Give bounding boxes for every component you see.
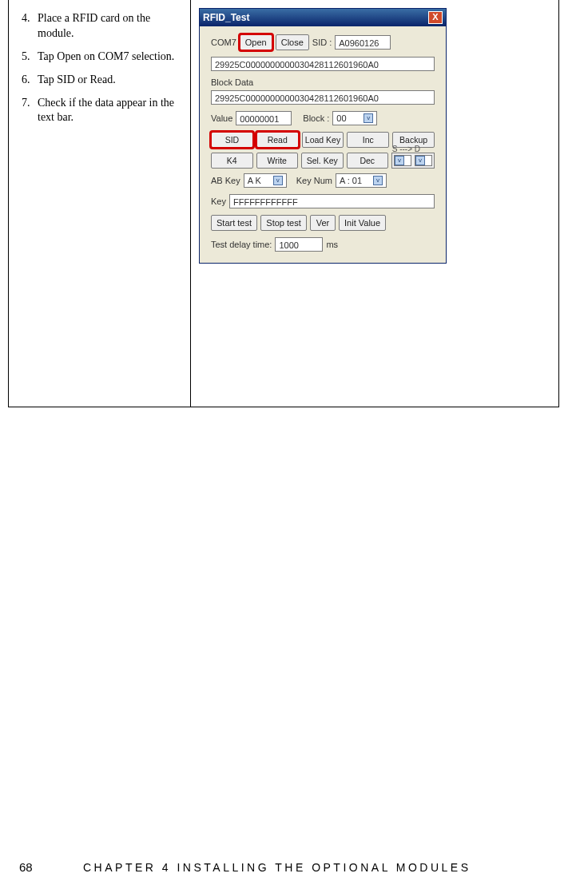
list-item: 7. Check if the data appear in the text … <box>22 96 182 126</box>
abkey-select[interactable]: A K v <box>244 173 287 188</box>
k4-button[interactable]: K4 <box>211 153 253 169</box>
chevron-down-icon: v <box>373 176 383 185</box>
close-button[interactable]: Close <box>276 34 309 50</box>
value-row: Value 00000001 Block : 00 v <box>211 111 435 125</box>
window-body: COM7 Open Close SID : A0960126 29925C000… <box>200 26 446 263</box>
sd-cell: v v <box>391 153 435 169</box>
block-select-value: 00 <box>336 113 346 123</box>
chevron-down-icon: v <box>415 156 425 165</box>
abkey-value: A K <box>248 176 261 185</box>
value-field[interactable]: 00000001 <box>236 111 292 125</box>
button-grid-2: S ---> D K4 Write Sel. Key Dec v v <box>211 153 435 169</box>
step-number: 6. <box>22 73 38 88</box>
loadkey-button[interactable]: Load Key <box>302 132 344 148</box>
data-row-1: 29925C0000000000030428112601960A0 <box>211 57 435 71</box>
step-number: 5. <box>22 50 38 65</box>
content-frame: 4. Place a RFID card on the module. 5. T… <box>8 0 559 407</box>
chevron-down-icon: v <box>273 176 283 185</box>
list-item: 4. Place a RFID card on the module. <box>22 11 182 42</box>
ver-button[interactable]: Ver <box>310 215 336 231</box>
stop-test-button[interactable]: Stop test <box>260 215 307 231</box>
sd-source-select[interactable]: v <box>394 155 411 166</box>
abkey-label: AB Key <box>211 176 240 185</box>
com-label: COM7 <box>211 38 236 47</box>
sid-field[interactable]: A0960126 <box>335 35 391 50</box>
sid-label: SID : <box>312 38 332 47</box>
key-label: Key <box>211 196 226 206</box>
step-number: 7. <box>22 96 38 126</box>
instruction-list: 4. Place a RFID card on the module. 5. T… <box>22 11 182 125</box>
key-field[interactable]: FFFFFFFFFFFF <box>229 194 435 208</box>
sd-dest-select[interactable]: v <box>415 155 432 166</box>
read-button[interactable]: Read <box>256 132 299 148</box>
delay-label: Test delay time: <box>211 240 272 249</box>
sd-label: S ---> D <box>392 145 420 153</box>
sid-button[interactable]: SID <box>211 132 253 148</box>
open-button[interactable]: Open <box>240 34 272 50</box>
step-text: Tap SID or Read. <box>38 73 116 88</box>
block-data-label: Block Data <box>211 77 435 87</box>
data-field-2[interactable]: 29925C0000000000030428112601960A0 <box>211 90 435 105</box>
chevron-down-icon: v <box>364 113 373 123</box>
write-button[interactable]: Write <box>256 153 299 169</box>
data-row-2: 29925C0000000000030428112601960A0 <box>211 90 435 105</box>
init-value-button[interactable]: Init Value <box>339 215 386 231</box>
step-text: Check if the data appear in the text bar… <box>38 96 182 126</box>
window-title: RFID_Test <box>203 12 249 23</box>
page-number: 68 <box>19 860 83 874</box>
block-select[interactable]: 00 v <box>332 111 377 125</box>
chapter-title: CHAPTER 4 INSTALLING THE OPTIONAL MODULE… <box>83 861 471 874</box>
close-icon[interactable]: X <box>428 11 443 24</box>
rfid-test-window: RFID_Test X COM7 Open Close SID : A09601… <box>199 8 447 264</box>
screenshot-column: RFID_Test X COM7 Open Close SID : A09601… <box>191 0 558 407</box>
window-titlebar[interactable]: RFID_Test X <box>200 9 446 26</box>
inc-button[interactable]: Inc <box>347 132 389 148</box>
step-text: Tap Open on COM7 selection. <box>38 50 174 65</box>
delay-row: Test delay time: 1000 ms <box>211 237 435 252</box>
step-text: Place a RFID card on the module. <box>38 11 182 42</box>
instructions-column: 4. Place a RFID card on the module. 5. T… <box>9 0 191 407</box>
keynum-label: Key Num <box>296 176 332 185</box>
com-row: COM7 Open Close SID : A0960126 <box>211 34 435 50</box>
chevron-down-icon: v <box>395 156 404 165</box>
start-test-button[interactable]: Start test <box>211 215 257 231</box>
abkey-row: AB Key A K v Key Num A : 01 v <box>211 173 435 188</box>
ms-label: ms <box>326 240 338 249</box>
data-field-1[interactable]: 29925C0000000000030428112601960A0 <box>211 57 435 71</box>
keynum-select[interactable]: A : 01 v <box>336 173 387 188</box>
test-buttons-row: Start test Stop test Ver Init Value <box>211 215 435 231</box>
list-item: 5. Tap Open on COM7 selection. <box>22 50 182 65</box>
key-row: Key FFFFFFFFFFFF <box>211 194 435 208</box>
dec-button[interactable]: Dec <box>347 153 389 169</box>
list-item: 6. Tap SID or Read. <box>22 73 182 88</box>
value-label: Value <box>211 113 232 123</box>
selkey-button[interactable]: Sel. Key <box>301 153 344 169</box>
keynum-value: A : 01 <box>340 176 362 185</box>
step-number: 4. <box>22 11 38 42</box>
delay-field[interactable]: 1000 <box>275 237 323 252</box>
block-label: Block : <box>303 113 329 123</box>
page-footer: 68 CHAPTER 4 INSTALLING THE OPTIONAL MOD… <box>0 860 588 874</box>
